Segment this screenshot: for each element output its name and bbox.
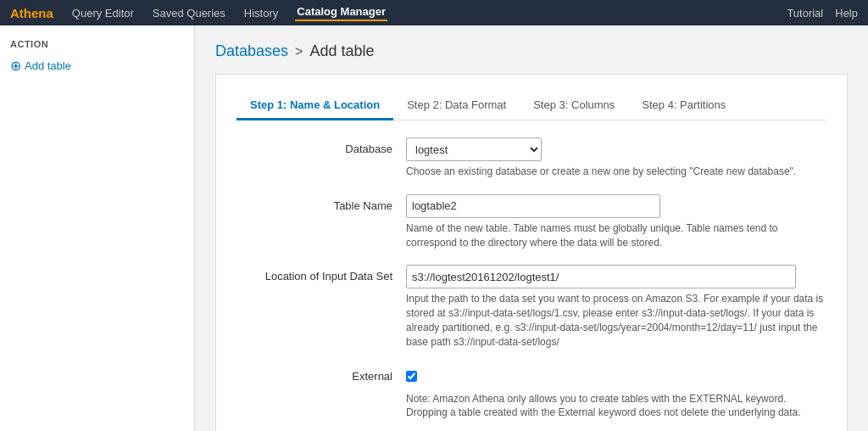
location-label: Location of Input Data Set bbox=[236, 265, 406, 283]
external-checkbox[interactable] bbox=[406, 371, 417, 382]
tab-step3[interactable]: Step 3: Columns bbox=[520, 92, 628, 120]
table-name-control: Name of the new table. Table names must … bbox=[406, 194, 826, 250]
nav-tutorial[interactable]: Tutorial bbox=[787, 7, 823, 20]
external-checkbox-wrap bbox=[406, 365, 826, 389]
external-label: External bbox=[236, 365, 406, 383]
sidebar-add-table[interactable]: ⊕ Add table bbox=[10, 58, 184, 74]
top-nav: Athena Query Editor Saved Queries Histor… bbox=[0, 0, 868, 25]
brand-logo: Athena bbox=[10, 6, 53, 20]
nav-help[interactable]: Help bbox=[835, 7, 858, 20]
breadcrumb-current: Add table bbox=[309, 42, 374, 60]
sidebar-add-table-label: Add table bbox=[25, 59, 71, 72]
sidebar: ACTION ⊕ Add table bbox=[0, 25, 195, 431]
nav-right-links: Tutorial Help bbox=[787, 7, 858, 20]
app-layout: ACTION ⊕ Add table Databases > Add table… bbox=[0, 25, 868, 431]
nav-catalog-manager[interactable]: Catalog Manager bbox=[295, 5, 387, 21]
table-name-label: Table Name bbox=[236, 194, 406, 212]
nav-query-editor[interactable]: Query Editor bbox=[70, 7, 136, 20]
nav-links: Query Editor Saved Queries History Catal… bbox=[70, 5, 787, 21]
external-control: Note: Amazon Athena only allows you to c… bbox=[406, 365, 826, 421]
database-help: Choose an existing database or create a … bbox=[406, 165, 826, 179]
location-help: Input the path to the data set you want … bbox=[406, 292, 826, 349]
database-control: logtest Choose an existing database or c… bbox=[406, 137, 826, 179]
form-card: Step 1: Name & Location Step 2: Data For… bbox=[215, 74, 848, 431]
nav-history[interactable]: History bbox=[242, 7, 280, 20]
location-input[interactable] bbox=[406, 265, 796, 288]
database-label: Database bbox=[236, 137, 406, 155]
main-content: Databases > Add table Step 1: Name & Loc… bbox=[195, 25, 868, 431]
external-row: External Note: Amazon Athena only allows… bbox=[236, 365, 826, 421]
database-select[interactable]: logtest bbox=[406, 137, 542, 161]
location-row: Location of Input Data Set Input the pat… bbox=[236, 265, 826, 349]
tab-step1[interactable]: Step 1: Name & Location bbox=[236, 92, 393, 120]
nav-saved-queries[interactable]: Saved Queries bbox=[151, 7, 227, 20]
breadcrumb: Databases > Add table bbox=[215, 42, 848, 60]
step-tabs: Step 1: Name & Location Step 2: Data For… bbox=[236, 92, 826, 120]
table-name-row: Table Name Name of the new table. Table … bbox=[236, 194, 826, 250]
location-control: Input the path to the data set you want … bbox=[406, 265, 826, 349]
database-row: Database logtest Choose an existing data… bbox=[236, 137, 826, 179]
breadcrumb-databases[interactable]: Databases bbox=[215, 42, 288, 60]
tab-step4[interactable]: Step 4: Partitions bbox=[628, 92, 739, 120]
breadcrumb-separator: > bbox=[295, 44, 303, 59]
table-name-input[interactable] bbox=[406, 194, 660, 218]
tab-step2[interactable]: Step 2: Data Format bbox=[393, 92, 520, 120]
external-help: Note: Amazon Athena only allows you to c… bbox=[406, 392, 826, 421]
plus-icon: ⊕ bbox=[10, 58, 21, 74]
sidebar-section-title: ACTION bbox=[10, 39, 184, 49]
table-name-help: Name of the new table. Table names must … bbox=[406, 221, 826, 250]
